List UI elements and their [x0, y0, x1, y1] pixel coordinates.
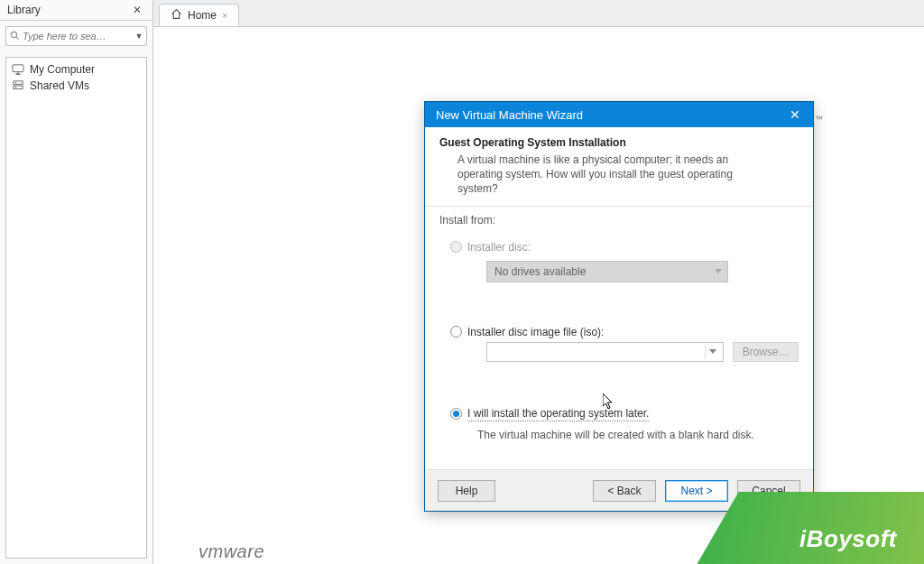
- main-area: Home × Connect to a Remote Server: [153, 0, 924, 564]
- iso-path-dropdown[interactable]: [486, 342, 724, 362]
- tab-bar: Home ×: [153, 0, 924, 27]
- divider: [425, 206, 813, 207]
- install-from-label: Install from:: [439, 214, 799, 227]
- dialog-close-icon[interactable]: ✕: [784, 107, 806, 122]
- chevron-down-icon[interactable]: [705, 346, 719, 358]
- svg-point-8: [15, 87, 16, 88]
- svg-point-7: [15, 82, 16, 83]
- search-input[interactable]: [23, 31, 132, 42]
- home-icon: [171, 8, 182, 23]
- tab-home[interactable]: Home ×: [159, 4, 239, 26]
- radio-installer-disc: [450, 241, 462, 253]
- dialog-body: Guest Operating System Installation A vi…: [425, 127, 813, 469]
- option-iso[interactable]: Installer disc image file (iso): Browse…: [450, 326, 799, 376]
- search-icon: [6, 31, 23, 42]
- server-icon: [12, 80, 24, 91]
- tree-item-label: Shared VMs: [30, 79, 89, 92]
- tree-item-shared-vms[interactable]: Shared VMs: [12, 78, 141, 94]
- install-later-label: I will install the operating system late…: [467, 407, 649, 421]
- radio-iso[interactable]: [450, 326, 462, 337]
- svg-line-1: [15, 36, 18, 39]
- sidebar-header: Library ✕: [0, 0, 152, 21]
- step-description: A virtual machine is like a physical com…: [457, 153, 772, 197]
- radio-install-later[interactable]: [450, 408, 462, 420]
- dialog-titlebar[interactable]: New Virtual Machine Wizard ✕: [425, 102, 813, 127]
- library-sidebar: Library ✕ ▼ My Computer Shared VMs: [0, 0, 153, 564]
- svg-rect-5: [14, 81, 23, 84]
- sidebar-search[interactable]: ▼: [5, 26, 147, 46]
- tree-item-label: My Computer: [30, 63, 95, 76]
- sidebar-close-icon[interactable]: ✕: [129, 4, 145, 16]
- vmware-logo: vmware: [199, 541, 264, 562]
- option-installer-disc: Installer disc: No drives available: [450, 241, 799, 291]
- iboysoft-text: iBoysoft: [799, 525, 897, 553]
- disc-dropdown-value: No drives available: [494, 265, 586, 278]
- dialog-title: New Virtual Machine Wizard: [436, 108, 583, 122]
- browse-button: Browse…: [733, 342, 799, 362]
- svg-point-0: [11, 32, 16, 37]
- help-button[interactable]: Help: [438, 480, 495, 502]
- back-button[interactable]: < Back: [593, 480, 656, 502]
- installer-disc-label: Installer disc:: [467, 241, 531, 254]
- step-title: Guest Operating System Installation: [439, 136, 799, 149]
- svg-rect-6: [14, 86, 23, 88]
- new-vm-wizard-dialog: New Virtual Machine Wizard ✕ Guest Opera…: [424, 101, 814, 512]
- iboysoft-watermark: iBoysoft: [653, 483, 924, 564]
- sidebar-title: Library: [7, 4, 41, 16]
- tab-close-icon[interactable]: ×: [222, 10, 227, 21]
- search-dropdown-icon[interactable]: ▼: [132, 32, 146, 41]
- svg-rect-2: [13, 65, 23, 72]
- option-install-later[interactable]: I will install the operating system late…: [450, 407, 799, 441]
- iso-label: Installer disc image file (iso):: [467, 326, 604, 338]
- install-later-note: The virtual machine will be created with…: [477, 429, 799, 441]
- tab-label: Home: [188, 9, 217, 22]
- library-tree: My Computer Shared VMs: [5, 57, 147, 559]
- monitor-icon: [12, 64, 24, 75]
- home-page: Connect to a Remote Server ™ New Virtual…: [153, 27, 924, 564]
- tree-item-my-computer[interactable]: My Computer: [12, 61, 141, 78]
- disc-dropdown: No drives available: [486, 261, 728, 282]
- chevron-down-icon: [715, 269, 722, 273]
- trademark-text: ™: [815, 115, 823, 124]
